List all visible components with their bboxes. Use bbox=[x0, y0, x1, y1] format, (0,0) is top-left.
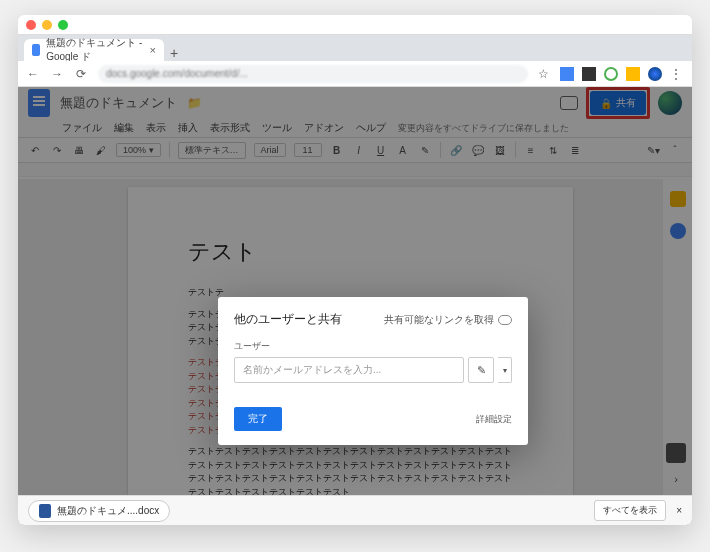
show-all-downloads-button[interactable]: すべてを表示 bbox=[594, 500, 666, 521]
download-bar: 無題のドキュメ....docx すべてを表示 × bbox=[18, 495, 692, 525]
extension-icon[interactable] bbox=[560, 67, 574, 81]
address-bar[interactable]: docs.google.com/document/d/... bbox=[98, 65, 528, 83]
window-titlebar bbox=[18, 15, 692, 35]
word-file-icon bbox=[39, 504, 51, 518]
extension-icon[interactable] bbox=[604, 67, 618, 81]
minimize-window-icon[interactable] bbox=[42, 20, 52, 30]
tab-title: 無題のドキュメント - Google ド bbox=[46, 36, 143, 64]
browser-menu-icon[interactable]: ⋮ bbox=[670, 67, 684, 81]
browser-tab[interactable]: 無題のドキュメント - Google ド × bbox=[24, 39, 164, 61]
get-shareable-link[interactable]: 共有可能なリンクを取得 bbox=[384, 313, 512, 327]
download-chip[interactable]: 無題のドキュメ....docx bbox=[28, 500, 170, 522]
docs-favicon-icon bbox=[32, 44, 40, 56]
maximize-window-icon[interactable] bbox=[58, 20, 68, 30]
extension-icon[interactable] bbox=[582, 67, 596, 81]
permission-pencil-icon[interactable]: ✎ bbox=[468, 357, 494, 383]
nav-forward-icon[interactable]: → bbox=[50, 67, 64, 81]
nav-reload-icon[interactable]: ⟳ bbox=[74, 67, 88, 81]
star-icon[interactable]: ☆ bbox=[538, 67, 552, 81]
profile-avatar-icon[interactable] bbox=[648, 67, 662, 81]
browser-tabstrip: 無題のドキュメント - Google ド × + bbox=[18, 35, 692, 61]
advanced-link[interactable]: 詳細設定 bbox=[476, 413, 512, 426]
nav-back-icon[interactable]: ← bbox=[26, 67, 40, 81]
close-download-bar-icon[interactable]: × bbox=[676, 505, 682, 516]
link-icon bbox=[498, 315, 512, 325]
tab-close-icon[interactable]: × bbox=[150, 44, 156, 56]
share-dialog: 他のユーザーと共有 共有可能なリンクを取得 ユーザー 名前かメールアドレスを入力… bbox=[218, 297, 528, 445]
extension-icons: ☆ ⋮ bbox=[538, 67, 684, 81]
browser-toolbar: ← → ⟳ docs.google.com/document/d/... ☆ ⋮ bbox=[18, 61, 692, 87]
dialog-title: 他のユーザーと共有 bbox=[234, 311, 342, 328]
extension-icon[interactable] bbox=[626, 67, 640, 81]
users-label: ユーザー bbox=[234, 340, 512, 353]
download-filename: 無題のドキュメ....docx bbox=[57, 504, 159, 518]
done-button[interactable]: 完了 bbox=[234, 407, 282, 431]
close-window-icon[interactable] bbox=[26, 20, 36, 30]
share-people-input[interactable]: 名前かメールアドレスを入力... bbox=[234, 357, 464, 383]
new-tab-button[interactable]: + bbox=[164, 45, 184, 61]
permission-dropdown-icon[interactable]: ▾ bbox=[498, 357, 512, 383]
